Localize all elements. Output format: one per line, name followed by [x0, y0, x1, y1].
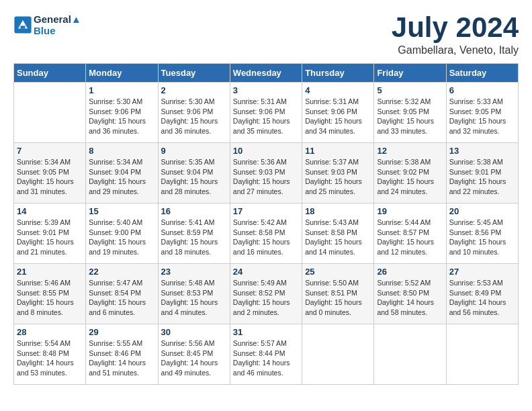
calendar-cell: 9Sunrise: 5:35 AM Sunset: 9:04 PM Daylig… — [158, 143, 230, 203]
calendar-cell: 22Sunrise: 5:47 AM Sunset: 8:54 PM Dayli… — [86, 264, 158, 324]
day-info: Sunrise: 5:54 AM Sunset: 8:48 PM Dayligh… — [17, 338, 83, 378]
calendar-cell — [446, 324, 518, 385]
calendar-week-row: 21Sunrise: 5:46 AM Sunset: 8:55 PM Dayli… — [14, 264, 519, 324]
calendar-cell: 3Sunrise: 5:31 AM Sunset: 9:06 PM Daylig… — [230, 83, 302, 143]
calendar-cell — [302, 324, 374, 385]
day-info: Sunrise: 5:52 AM Sunset: 8:50 PM Dayligh… — [377, 278, 443, 318]
weekday-header-friday: Friday — [374, 64, 446, 83]
calendar-cell: 11Sunrise: 5:37 AM Sunset: 9:03 PM Dayli… — [302, 143, 374, 203]
day-number: 15 — [89, 206, 154, 216]
calendar-cell: 6Sunrise: 5:33 AM Sunset: 9:05 PM Daylig… — [446, 83, 518, 143]
day-info: Sunrise: 5:56 AM Sunset: 8:45 PM Dayligh… — [161, 338, 227, 378]
calendar-cell: 10Sunrise: 5:36 AM Sunset: 9:03 PM Dayli… — [230, 143, 302, 203]
day-info: Sunrise: 5:39 AM Sunset: 9:01 PM Dayligh… — [17, 218, 83, 257]
day-number: 30 — [161, 327, 227, 337]
day-info: Sunrise: 5:43 AM Sunset: 8:58 PM Dayligh… — [305, 218, 371, 257]
day-info: Sunrise: 5:31 AM Sunset: 9:06 PM Dayligh… — [233, 97, 299, 136]
day-number: 28 — [17, 327, 83, 337]
calendar-cell: 18Sunrise: 5:43 AM Sunset: 8:58 PM Dayli… — [302, 203, 374, 264]
day-number: 27 — [449, 267, 515, 277]
calendar-week-row: 1Sunrise: 5:30 AM Sunset: 9:06 PM Daylig… — [14, 83, 519, 143]
calendar-cell: 27Sunrise: 5:53 AM Sunset: 8:49 PM Dayli… — [446, 264, 518, 324]
calendar-cell: 31Sunrise: 5:57 AM Sunset: 8:44 PM Dayli… — [230, 324, 302, 385]
day-info: Sunrise: 5:33 AM Sunset: 9:05 PM Dayligh… — [449, 97, 515, 136]
logo: General▲ Blue — [13, 13, 81, 36]
day-number: 14 — [17, 206, 83, 216]
day-number: 23 — [161, 267, 227, 277]
day-info: Sunrise: 5:55 AM Sunset: 8:46 PM Dayligh… — [89, 338, 154, 378]
calendar-week-row: 7Sunrise: 5:34 AM Sunset: 9:05 PM Daylig… — [14, 143, 519, 203]
day-number: 21 — [17, 267, 83, 277]
day-number: 6 — [449, 85, 515, 95]
calendar-cell: 14Sunrise: 5:39 AM Sunset: 9:01 PM Dayli… — [14, 203, 86, 264]
calendar-cell — [374, 324, 446, 385]
day-number: 3 — [233, 85, 299, 95]
calendar-cell: 24Sunrise: 5:49 AM Sunset: 8:52 PM Dayli… — [230, 264, 302, 324]
day-number: 13 — [449, 146, 515, 156]
svg-rect-2 — [21, 26, 26, 28]
day-info: Sunrise: 5:40 AM Sunset: 9:00 PM Dayligh… — [89, 218, 154, 257]
day-info: Sunrise: 5:50 AM Sunset: 8:51 PM Dayligh… — [305, 278, 371, 318]
day-number: 24 — [233, 267, 299, 277]
day-number: 9 — [161, 146, 227, 156]
day-info: Sunrise: 5:38 AM Sunset: 9:01 PM Dayligh… — [449, 157, 515, 197]
calendar-cell: 28Sunrise: 5:54 AM Sunset: 8:48 PM Dayli… — [14, 324, 86, 385]
day-info: Sunrise: 5:48 AM Sunset: 8:53 PM Dayligh… — [161, 278, 227, 318]
calendar-week-row: 28Sunrise: 5:54 AM Sunset: 8:48 PM Dayli… — [14, 324, 519, 385]
day-number: 12 — [377, 146, 443, 156]
calendar-cell: 26Sunrise: 5:52 AM Sunset: 8:50 PM Dayli… — [374, 264, 446, 324]
calendar-cell: 8Sunrise: 5:34 AM Sunset: 9:04 PM Daylig… — [86, 143, 158, 203]
calendar-cell: 4Sunrise: 5:31 AM Sunset: 9:06 PM Daylig… — [302, 83, 374, 143]
calendar-cell: 23Sunrise: 5:48 AM Sunset: 8:53 PM Dayli… — [158, 264, 230, 324]
title-block: July 2024 Gambellara, Veneto, Italy — [392, 13, 519, 56]
calendar-cell: 15Sunrise: 5:40 AM Sunset: 9:00 PM Dayli… — [86, 203, 158, 264]
logo-text: General▲ — [34, 13, 81, 25]
calendar-cell: 16Sunrise: 5:41 AM Sunset: 8:59 PM Dayli… — [158, 203, 230, 264]
calendar-cell: 21Sunrise: 5:46 AM Sunset: 8:55 PM Dayli… — [14, 264, 86, 324]
calendar-cell — [14, 83, 86, 143]
day-number: 19 — [377, 206, 443, 216]
logo-icon — [13, 15, 32, 34]
day-info: Sunrise: 5:46 AM Sunset: 8:55 PM Dayligh… — [17, 278, 83, 318]
weekday-header-sunday: Sunday — [14, 64, 86, 83]
day-number: 10 — [233, 146, 299, 156]
day-number: 31 — [233, 327, 299, 337]
day-number: 11 — [305, 146, 371, 156]
calendar-cell: 25Sunrise: 5:50 AM Sunset: 8:51 PM Dayli… — [302, 264, 374, 324]
day-number: 26 — [377, 267, 443, 277]
day-info: Sunrise: 5:45 AM Sunset: 8:56 PM Dayligh… — [449, 218, 515, 257]
day-number: 5 — [377, 85, 443, 95]
weekday-header-saturday: Saturday — [446, 64, 518, 83]
day-info: Sunrise: 5:35 AM Sunset: 9:04 PM Dayligh… — [161, 157, 227, 197]
day-info: Sunrise: 5:42 AM Sunset: 8:58 PM Dayligh… — [233, 218, 299, 257]
day-info: Sunrise: 5:53 AM Sunset: 8:49 PM Dayligh… — [449, 278, 515, 318]
calendar-week-row: 14Sunrise: 5:39 AM Sunset: 9:01 PM Dayli… — [14, 203, 519, 264]
calendar-cell: 20Sunrise: 5:45 AM Sunset: 8:56 PM Dayli… — [446, 203, 518, 264]
day-info: Sunrise: 5:32 AM Sunset: 9:05 PM Dayligh… — [377, 97, 443, 136]
day-info: Sunrise: 5:34 AM Sunset: 9:04 PM Dayligh… — [89, 157, 154, 197]
weekday-header-tuesday: Tuesday — [158, 64, 230, 83]
calendar-cell: 12Sunrise: 5:38 AM Sunset: 9:02 PM Dayli… — [374, 143, 446, 203]
calendar-cell: 29Sunrise: 5:55 AM Sunset: 8:46 PM Dayli… — [86, 324, 158, 385]
day-info: Sunrise: 5:34 AM Sunset: 9:05 PM Dayligh… — [17, 157, 83, 197]
day-info: Sunrise: 5:41 AM Sunset: 8:59 PM Dayligh… — [161, 218, 227, 257]
weekday-header-monday: Monday — [86, 64, 158, 83]
day-number: 1 — [89, 85, 154, 95]
day-info: Sunrise: 5:30 AM Sunset: 9:06 PM Dayligh… — [89, 97, 154, 136]
calendar-cell: 30Sunrise: 5:56 AM Sunset: 8:45 PM Dayli… — [158, 324, 230, 385]
day-info: Sunrise: 5:49 AM Sunset: 8:52 PM Dayligh… — [233, 278, 299, 318]
day-number: 2 — [161, 85, 227, 95]
calendar-table: SundayMondayTuesdayWednesdayThursdayFrid… — [13, 63, 519, 385]
day-number: 29 — [89, 327, 154, 337]
calendar-cell: 7Sunrise: 5:34 AM Sunset: 9:05 PM Daylig… — [14, 143, 86, 203]
day-number: 7 — [17, 146, 83, 156]
location: Gambellara, Veneto, Italy — [392, 44, 519, 56]
day-number: 8 — [89, 146, 154, 156]
month-title: July 2024 — [392, 13, 519, 42]
calendar-cell: 13Sunrise: 5:38 AM Sunset: 9:01 PM Dayli… — [446, 143, 518, 203]
day-info: Sunrise: 5:31 AM Sunset: 9:06 PM Dayligh… — [305, 97, 371, 136]
day-info: Sunrise: 5:30 AM Sunset: 9:06 PM Dayligh… — [161, 97, 227, 136]
weekday-header-thursday: Thursday — [302, 64, 374, 83]
day-info: Sunrise: 5:57 AM Sunset: 8:44 PM Dayligh… — [233, 338, 299, 378]
day-info: Sunrise: 5:38 AM Sunset: 9:02 PM Dayligh… — [377, 157, 443, 197]
